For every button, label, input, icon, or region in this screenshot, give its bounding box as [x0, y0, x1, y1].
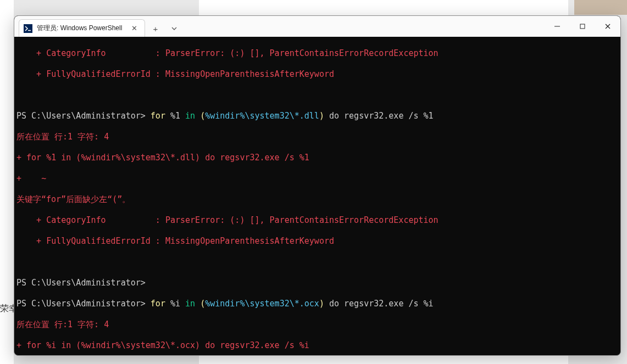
powershell-icon [24, 24, 32, 33]
path: %windir%\system32\*.ocx [205, 299, 319, 309]
tab-title: 管理员: Windows PowerShell [37, 24, 122, 33]
background-right-stripe [574, 0, 627, 15]
terminal-body[interactable]: + CategoryInfo : ParserError: (:) [], Pa… [14, 37, 620, 355]
paren-close: ) [319, 299, 324, 309]
close-button[interactable] [595, 16, 620, 37]
path: %windir%\system32\*.dll [205, 111, 319, 121]
error-echo: + for %1 in (%windir%\system32\*.dll) do… [16, 153, 309, 163]
blank-line [16, 257, 618, 267]
minimize-button[interactable] [545, 16, 570, 37]
cmd-tail: do regsvr32.exe /s %i [324, 299, 434, 309]
arg: %1 [165, 111, 185, 121]
tab-dropdown-button[interactable] [166, 20, 182, 37]
paren-open: ( [200, 299, 205, 309]
titlebar: 管理员: Windows PowerShell ✕ + [14, 16, 620, 37]
error-fqeid: + FullyQualifiedErrorId : MissingOpenPar… [16, 69, 334, 79]
powershell-window: 管理员: Windows PowerShell ✕ + + CategoryIn… [14, 15, 621, 356]
window-controls [545, 16, 620, 37]
error-echo: + for %i in (%windir%\system32\*.ocx) do… [16, 340, 309, 350]
svg-rect-3 [580, 24, 585, 29]
op-in: in [185, 111, 200, 121]
new-tab-button[interactable]: + [147, 20, 164, 37]
paren-open: ( [200, 111, 205, 121]
error-location: 所在位置 行:1 字符: 4 [16, 132, 109, 142]
arg: %i [165, 299, 185, 309]
error-location: 所在位置 行:1 字符: 4 [16, 320, 109, 329]
cmd-tail: do regsvr32.exe /s %1 [324, 111, 434, 121]
tab-powershell[interactable]: 管理员: Windows PowerShell ✕ [19, 19, 145, 37]
error-fqeid: + FullyQualifiedErrorId : MissingOpenPar… [16, 236, 334, 246]
error-category: + CategoryInfo : ParserError: (:) [], Pa… [16, 48, 439, 58]
tab-close-button[interactable]: ✕ [129, 24, 139, 33]
prompt: PS C:\Users\Administrator> [16, 111, 146, 121]
error-category: + CategoryInfo : ParserError: (:) [], Pa… [16, 215, 439, 225]
prompt: PS C:\Users\Administrator> [16, 278, 146, 288]
paren-close: ) [319, 111, 324, 121]
prompt: PS C:\Users\Administrator> [16, 299, 146, 309]
error-message: 关键字“for”后面缺少左“(”。 [16, 194, 130, 204]
keyword-for: for [151, 111, 165, 121]
op-in: in [185, 299, 200, 309]
blank-line [16, 90, 618, 100]
maximize-button[interactable] [570, 16, 595, 37]
keyword-for: for [151, 299, 165, 309]
error-marker: + ~ [16, 173, 46, 183]
